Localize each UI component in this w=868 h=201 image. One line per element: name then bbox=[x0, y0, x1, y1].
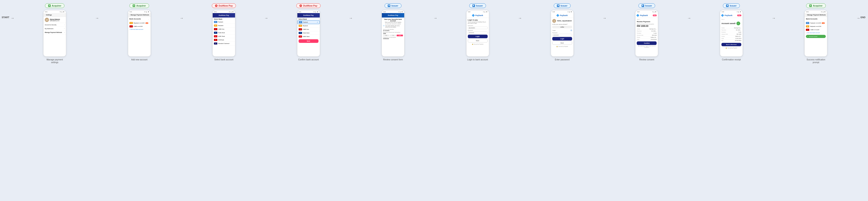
password-input[interactable]: •••••••••••• bbox=[468, 31, 488, 34]
bank-sc-3[interactable]: S Standard Chartered bbox=[213, 42, 235, 45]
review-content-8: Step 3 Review Payment Maximum amount per… bbox=[636, 18, 658, 49]
pass-field-7[interactable]: •••••••••••• bbox=[552, 34, 572, 36]
bank-hsbc-4[interactable]: H HSBC Bank bbox=[297, 35, 320, 38]
bank-maybank-4[interactable]: M Maybank bbox=[297, 24, 320, 28]
bank-public-3[interactable]: P Public Bank bbox=[213, 31, 235, 35]
secure-badge-9: 🔒 Secured by Paybank bbox=[721, 47, 741, 48]
status-bar-8: 3:22 ▪▪ ▲ ◾ bbox=[636, 10, 658, 13]
step-label-5: Review consent form bbox=[383, 58, 403, 61]
step-indicator-8: Step 3 bbox=[637, 19, 657, 20]
username-input[interactable]: alysahakim bbox=[468, 27, 488, 29]
phone-10: 9:41 ▪▪▪ ▲ ◾ ‹ Manage Payment Methods Ba… bbox=[804, 10, 827, 57]
role-badge-6: 🏛 Issuer bbox=[469, 3, 486, 8]
arrow-10: → bbox=[856, 3, 861, 21]
maybank-logo-10: M bbox=[806, 25, 809, 28]
acquirer-icon-1: ⊞ bbox=[48, 4, 51, 7]
new-badge-10: new bbox=[822, 22, 825, 24]
more-btn-2[interactable]: ··· bbox=[148, 19, 149, 20]
select-bank-title-3: Select Bank bbox=[213, 18, 235, 20]
pay-badge-9: Pay bbox=[737, 14, 741, 16]
dur-700: 700 bbox=[390, 35, 396, 36]
role-badge-2: ⊞ Acquirer bbox=[129, 3, 149, 8]
next-button-4[interactable]: Next bbox=[299, 39, 318, 43]
field-amount: Amount limit RM 1000 bbox=[637, 34, 657, 36]
status-bar-2: 9:41 ▪▪▪ ▲ ◾ bbox=[128, 10, 151, 13]
bank-accounts-title-10: Bank Accounts bbox=[806, 18, 817, 20]
login-btn-7[interactable]: Login bbox=[552, 37, 572, 40]
lock-icon-9: 🔒 bbox=[725, 47, 727, 48]
screen-header-10: ‹ Manage Payment Methods bbox=[805, 13, 827, 17]
paybank-logo-4: P bbox=[299, 21, 302, 23]
phone-5: 3:22 ▪▪ ▲ ◾ DuitNow Pay Save your favour… bbox=[382, 10, 404, 57]
bank-hsbc-3[interactable]: H HSBC Bank bbox=[213, 35, 235, 38]
public-logo-4: P bbox=[299, 32, 302, 34]
arrow-5: → bbox=[433, 3, 438, 21]
cimb-logo-3: C bbox=[214, 28, 217, 30]
confirm-content-9: Step 4 Account saved! ✓ Action Savings A… bbox=[720, 18, 743, 49]
bank-rhb-3[interactable]: R RHB Bank bbox=[213, 38, 235, 42]
payment-methods-title: Manage Payment Methods bbox=[130, 14, 149, 15]
lock-icon-6: 🔒 bbox=[472, 43, 473, 45]
back-icon-1: ‹ bbox=[45, 14, 45, 16]
login-title: Login to pay bbox=[468, 19, 488, 21]
step-7: 🏛 Issuer 3:22 ▪▪ ▲ ◾ Paybank A bbox=[522, 3, 602, 61]
bank-maybank-3[interactable]: M Maybank bbox=[213, 24, 235, 28]
issuer-icon-7: 🏛 bbox=[557, 4, 559, 7]
consent-title: Save your favourite bank account bbox=[383, 19, 403, 22]
cimb-logo-10: C bbox=[806, 29, 809, 31]
step-5: 🏛 Issuer 3:22 ▪▪ ▲ ◾ DuitNow Pay Save yo… bbox=[353, 3, 433, 61]
step-label-6: Login to bank account bbox=[467, 58, 488, 61]
bank-paybank-4[interactable]: P Paybank ✓ bbox=[297, 20, 320, 24]
more-btn-10[interactable]: ··· bbox=[825, 19, 826, 20]
sc-logo-3: S bbox=[214, 42, 217, 44]
back-btn-7[interactable]: Back bbox=[552, 41, 572, 45]
status-bar-7: 3:22 ▪▪ ▲ ◾ bbox=[551, 10, 574, 13]
success-header-9: Account saved! ✓ bbox=[721, 21, 741, 26]
consent-duration: 12 months bbox=[383, 30, 403, 31]
field-payfrom: Pay from SA 1901... bbox=[637, 30, 657, 32]
bank-row-cimb: C CIMB ••••••1234 bbox=[129, 25, 149, 28]
lock-icon-7: 🔒 bbox=[556, 45, 558, 47]
role-badge-1: ⊞ Acquirer bbox=[45, 3, 64, 8]
toggle-icon-7[interactable]: ⊙ bbox=[570, 29, 572, 31]
back-button-6[interactable]: Back bbox=[468, 39, 488, 42]
bank-public-4[interactable]: P Public Bank bbox=[297, 31, 320, 35]
profile-info: Alyssa Hakeem alyssa@dny.com bbox=[50, 19, 60, 21]
chevron-payment: › bbox=[64, 32, 65, 33]
amount-value-8: RM 1000.00 bbox=[637, 25, 657, 27]
screen-header-2: ‹ Manage Payment Methods bbox=[128, 13, 151, 17]
diamond-icon-7 bbox=[556, 14, 559, 17]
add-bank-link-10[interactable]: + Add new bank account bbox=[806, 31, 826, 34]
login-button-6[interactable]: Login bbox=[468, 35, 488, 38]
acquirer-icon-10: ⊞ bbox=[809, 4, 812, 7]
max-amount-label: Maximum amount per transaction bbox=[637, 24, 657, 25]
dur-1000: 1000 bbox=[397, 35, 403, 36]
field-action: Action Savings Acc... bbox=[637, 28, 657, 30]
confirm-btn-8[interactable]: Confirm bbox=[637, 41, 657, 45]
section-header-2: Bank Accounts ··· bbox=[129, 18, 149, 21]
role-badge-4: D DuitNow Pay bbox=[296, 3, 320, 8]
cf-action: Action Savings Acc... bbox=[721, 27, 741, 29]
duration-bar: 300 700 1000 bbox=[383, 35, 403, 36]
login-sub: You're moving from DuitNow Pay to your b… bbox=[468, 21, 488, 24]
bank-cimb-3[interactable]: C CIMB Octo bbox=[213, 28, 235, 31]
bank-paybank-3[interactable]: P Paybank bbox=[213, 20, 235, 24]
menu-addresses[interactable]: My Addresses › bbox=[43, 27, 66, 31]
menu-payment[interactable]: Manage Payment Methods › bbox=[43, 31, 66, 34]
paybank-logo-9: Paybank bbox=[721, 14, 733, 16]
terms-text-8: By confirming, I agree to the Terms & Co… bbox=[637, 45, 657, 48]
menu-account[interactable]: Account & Security › bbox=[43, 23, 66, 27]
add-bank-link-2[interactable]: + Add new bank account bbox=[129, 28, 149, 31]
paybank-logo-6: Paybank bbox=[472, 14, 483, 16]
status-bar-4: 9:41 ▪▪▪ ▲ ◾ bbox=[297, 10, 320, 13]
confirm-fields-9: Action Savings Acc... Pay from SA 1901..… bbox=[721, 27, 741, 42]
screen-2: ‹ Manage Payment Methods Bank Accounts ·… bbox=[128, 13, 151, 56]
screen-9: Paybank Pay Step 4 Account saved! ✓ Acti… bbox=[720, 13, 743, 56]
arrow-2: → bbox=[179, 3, 184, 21]
screen-5: DuitNow Pay Save your favourite bank acc… bbox=[382, 13, 404, 56]
bank-list-4: P Paybank ✓ M Maybank C CIMB Octo P Pu bbox=[297, 20, 320, 38]
fields-8: Action Savings Acc... Pay from SA 1901..… bbox=[637, 28, 657, 40]
cf-duration: Duration 1 year bbox=[721, 31, 741, 33]
merchant-btn-9[interactable]: Back to Merchant bbox=[721, 43, 741, 46]
bank-cimb-4[interactable]: C CIMB Octo bbox=[297, 28, 320, 31]
